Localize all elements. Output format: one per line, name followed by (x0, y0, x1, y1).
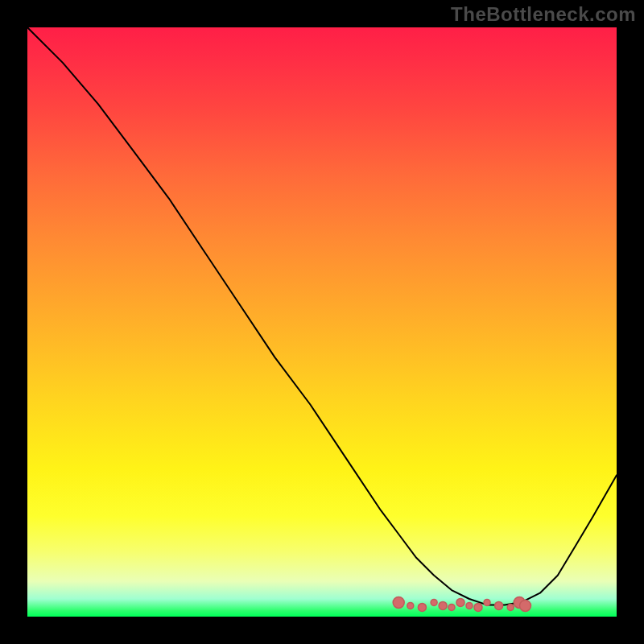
cluster-dot (439, 601, 447, 609)
cluster-dot (431, 599, 437, 605)
cluster-dot (418, 603, 426, 611)
cluster-dot (466, 602, 473, 609)
cluster-dot (393, 597, 404, 608)
cluster-dot (407, 602, 414, 609)
curve-svg (27, 27, 617, 617)
cluster-dot (474, 603, 482, 611)
cluster-dot (507, 604, 514, 610)
plot-area (27, 27, 617, 617)
watermark-text: TheBottleneck.com (451, 3, 636, 26)
cluster-dot (484, 599, 490, 605)
cluster-dot (448, 604, 455, 610)
chart-frame: TheBottleneck.com (0, 0, 644, 644)
cluster-dot (495, 601, 503, 609)
cluster-dot (520, 600, 531, 611)
optimal-point-cluster (393, 597, 530, 611)
cluster-dot (456, 598, 464, 606)
bottleneck-curve (27, 27, 617, 605)
